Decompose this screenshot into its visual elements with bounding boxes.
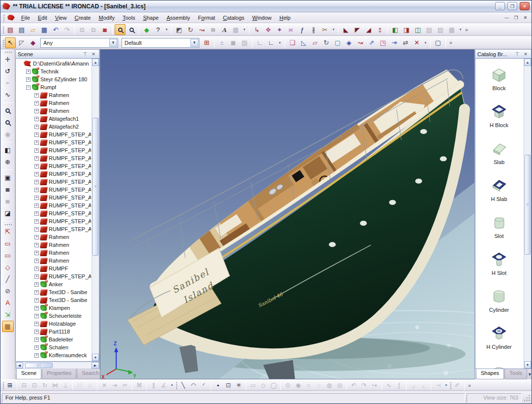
scene-tree-item[interactable]: +Klampen xyxy=(16,304,91,312)
scene-tree-item[interactable]: +Steyr 6Zylinder 180 xyxy=(16,75,91,83)
tree-expand-toggle[interactable]: + xyxy=(34,274,39,279)
select-box-button[interactable]: ◸ xyxy=(16,37,27,48)
catalog-item-h-slot[interactable]: H Slot xyxy=(491,245,507,282)
toolbar-expand-button[interactable]: » xyxy=(467,380,472,391)
scene-tree-item[interactable]: +Part1118 xyxy=(16,328,91,336)
toolbar-grip[interactable] xyxy=(2,381,4,389)
menu-window[interactable]: Window xyxy=(249,13,276,22)
trim-button[interactable]: ✂ xyxy=(319,24,330,35)
scene-tree-item[interactable]: +Rahmen xyxy=(16,249,91,257)
pin-icon[interactable]: ⊤ xyxy=(514,51,521,57)
surface-offset-button[interactable]: ▢ xyxy=(332,37,343,48)
scene-tree-item[interactable]: +Scheuerleiste xyxy=(16,312,91,320)
loft-button[interactable]: ≋ xyxy=(208,24,219,35)
catalog-item-h-cylinder[interactable]: H Cylinder xyxy=(486,319,511,356)
scene-tree-vertical-scrollbar[interactable]: ▲ ▼ xyxy=(92,59,99,361)
walk-path-button[interactable]: ∿ xyxy=(2,89,14,101)
tree-expand-toggle[interactable]: + xyxy=(34,101,39,105)
scene-tree-item[interactable]: +RUMPF_STEP_A xyxy=(16,217,91,225)
toolbar-overflow-button[interactable]: ▾ xyxy=(423,37,428,48)
menu-create[interactable]: Create xyxy=(70,13,94,22)
tree-expand-toggle[interactable]: + xyxy=(34,140,39,145)
polygon-2d-button[interactable]: ◇ xyxy=(2,262,14,273)
pan-button[interactable]: ✛ xyxy=(2,54,14,65)
catalog-panel-header[interactable]: Catalog Br... ⊤ ✕ xyxy=(475,49,532,59)
align-button[interactable]: ∦ xyxy=(308,24,319,35)
scene-tree-item[interactable]: +Holzablage xyxy=(16,320,91,328)
scene-tree-item[interactable]: +Rahmen xyxy=(16,233,91,241)
scene-tree-item[interactable]: +Ablagefach2 xyxy=(16,123,91,131)
blend-button[interactable]: ❖ xyxy=(263,24,274,35)
catalog-tab-tools[interactable]: Tools xyxy=(504,369,527,379)
tree-expand-toggle[interactable]: + xyxy=(34,211,39,216)
node-button[interactable]: ⊡ xyxy=(223,380,233,390)
menu-help[interactable]: Help xyxy=(276,13,295,22)
point-button[interactable]: ▪ xyxy=(213,380,223,390)
chamfer-button[interactable]: ✦ xyxy=(274,24,285,35)
selection-filter-drop-icon[interactable]: ▼ xyxy=(109,39,117,47)
scene-tree-item[interactable]: +Anker xyxy=(16,280,91,288)
menu-tools[interactable]: Tools xyxy=(119,13,139,22)
grid-button[interactable]: ▦ xyxy=(2,321,14,332)
scene-tree-item[interactable]: +RUMPF_STEP_A xyxy=(16,209,91,217)
toolbar-expand-button[interactable]: » xyxy=(448,37,454,48)
tree-expand-toggle[interactable]: − xyxy=(26,85,31,90)
tree-expand-toggle[interactable]: + xyxy=(34,337,39,342)
tree-expand-toggle[interactable]: + xyxy=(26,77,31,82)
tree-expand-toggle[interactable]: + xyxy=(34,227,39,232)
boolean-subtract-button[interactable]: ◨ xyxy=(401,24,412,35)
scroll-left-icon[interactable]: ◀ xyxy=(16,362,23,369)
scene-tree-item[interactable]: +Text3D - Sanibe xyxy=(16,296,91,304)
fit-scene-button[interactable]: ⇲ xyxy=(2,309,14,320)
scene-tree-item[interactable]: +Rahmen xyxy=(16,107,91,115)
scroll-thumb[interactable] xyxy=(93,118,98,256)
tree-expand-toggle[interactable]: + xyxy=(34,243,39,247)
scene-tree-item[interactable]: +RUMPF_STEP_A xyxy=(16,154,91,162)
tree-expand-toggle[interactable]: + xyxy=(34,251,39,255)
scroll-right-icon[interactable]: ▶ xyxy=(92,362,99,369)
open-button[interactable]: ▱ xyxy=(28,24,38,35)
scene-tree-item[interactable]: +RUMPF_STEP_A xyxy=(16,272,91,280)
scene-tree-horizontal-scrollbar[interactable]: ◀ ▶ xyxy=(15,362,99,369)
tree-expand-toggle[interactable]: + xyxy=(34,117,39,121)
chevron-down-icon[interactable]: ▼ xyxy=(528,369,532,379)
scroll-thumb[interactable] xyxy=(525,155,531,255)
scroll-thumb[interactable] xyxy=(25,363,53,368)
filter-shapes-button[interactable]: ◆ xyxy=(28,37,38,48)
tree-expand-toggle[interactable]: + xyxy=(34,125,39,129)
close-icon[interactable]: ✕ xyxy=(90,51,97,57)
toolbar-grip[interactable] xyxy=(2,39,4,47)
render-realistic-button[interactable]: ◪ xyxy=(2,207,14,219)
catalog-item-h-slab[interactable]: H Slab xyxy=(491,171,507,208)
catalog-item-block[interactable]: Block xyxy=(491,61,507,98)
toolbar-overflow-button[interactable]: ▾ xyxy=(458,24,463,35)
tree-expand-toggle[interactable]: + xyxy=(34,93,39,98)
scroll-track[interactable] xyxy=(524,66,531,361)
tree-expand-toggle[interactable]: + xyxy=(34,235,39,239)
catalog-item-slot[interactable]: Slot xyxy=(491,208,507,245)
toolbar-grip[interactable] xyxy=(2,26,4,34)
scene-tree-item[interactable]: +Rahmen xyxy=(16,257,91,265)
scene-tree-item[interactable]: +RUMPF_STEP_A xyxy=(16,202,91,209)
menu-shape[interactable]: Shape xyxy=(139,13,163,22)
tree-expand-toggle[interactable]: + xyxy=(34,133,39,137)
scene-tree-item[interactable]: −Rumpf xyxy=(16,83,91,91)
tree-expand-toggle[interactable]: + xyxy=(34,219,39,224)
arc-sketch-button[interactable]: ◠ xyxy=(188,380,198,390)
extrude-button[interactable]: ◩ xyxy=(174,24,185,35)
line-sketch-button[interactable]: ╲ xyxy=(178,380,188,390)
text-3d-button[interactable]: A xyxy=(219,24,230,35)
mdi-minimize-button[interactable]: — xyxy=(502,14,511,21)
triball-button[interactable]: ◆ xyxy=(141,24,152,35)
line-2d-button[interactable]: ╱ xyxy=(2,273,14,285)
toolbar-overflow-button[interactable]: ▾ xyxy=(169,380,175,391)
scene-tree-item[interactable]: +RUMPF_STEP_A xyxy=(16,178,91,186)
scroll-down-icon[interactable]: ▼ xyxy=(92,354,99,361)
3d-viewport[interactable]: Sanibel Island Sanibel 46 xyxy=(100,49,474,379)
scene-tree-item[interactable]: +Rahmen xyxy=(16,241,91,249)
edge-profile-button[interactable]: ∟ xyxy=(254,37,265,48)
scene-tree-item[interactable]: +RUMPF_STEP_A xyxy=(16,194,91,202)
toolbar-grip[interactable] xyxy=(175,381,178,389)
surface-delete-button[interactable]: ✕ xyxy=(411,37,422,48)
tree-expand-toggle[interactable]: + xyxy=(34,306,39,310)
